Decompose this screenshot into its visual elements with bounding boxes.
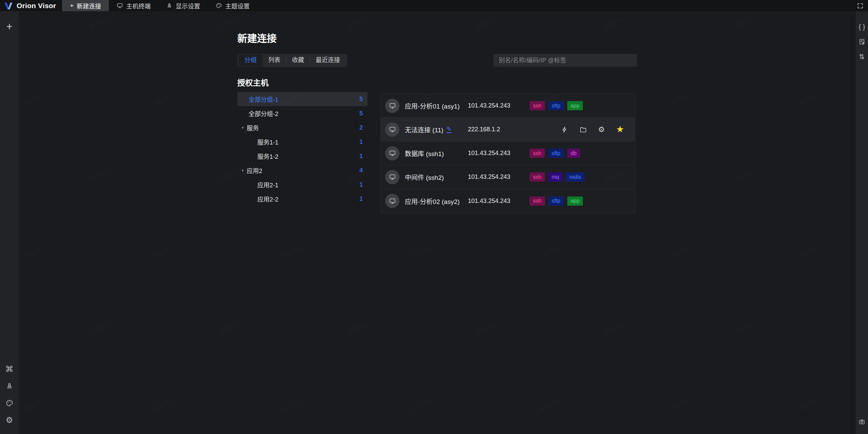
page-title: 新建连接 [237,31,277,45]
tree-item-count: 1 [359,181,363,188]
host-tag-sftp: sftp [548,149,564,158]
plus-icon: + [70,2,74,9]
tree-item-count: 1 [359,138,363,146]
monitor-icon [117,2,123,9]
tree-item-label: 全部分组-1 [249,95,278,103]
host-avatar [385,146,399,161]
host-name-text: 无法连接 (11) [405,125,443,134]
host-avatar [385,122,399,137]
orion-visor-logo-icon [4,1,13,10]
monitor-icon [389,126,396,133]
doc-bookmark-icon[interactable] [859,38,865,45]
host-row[interactable]: 中间件 (ssh2)101.43.254.243sshmqredis [381,165,635,189]
host-avatar [385,99,399,113]
topbar-tabs: +新建连接主机终端显示设置主题设置 [62,0,257,11]
tree-item-count: 5 [359,110,363,117]
tree-item[interactable]: 全部分组-15 [237,92,368,106]
caret-icon[interactable]: ▾ [242,169,244,172]
fullscreen-icon[interactable] [857,2,864,9]
tree-item-count: 5 [359,96,363,103]
monitor-icon [389,150,396,157]
tree-item[interactable]: 服务1-21 [237,149,368,163]
palette-icon[interactable] [5,399,14,407]
tree-item-label: 应用2-1 [257,180,278,189]
command-icon[interactable]: ⌘ [5,365,14,373]
sort-icon[interactable]: ⇅ [859,53,865,60]
host-tags: sshsftpdb [530,149,580,158]
host-name: 数据库 (ssh1) [405,149,468,158]
topbar: Orion Visor +新建连接主机终端显示设置主题设置 [0,0,868,11]
host-ip: 101.43.254.243 [468,150,530,157]
sftp-files-icon[interactable] [579,126,587,133]
search-input[interactable] [493,54,637,67]
host-list: 应用-分析01 (asy1)101.43.254.243sshsftpapp无法… [380,94,635,213]
host-name: 无法连接 (11)✎ [405,125,468,134]
host-tag-sftp: sftp [548,101,564,110]
host-name-text: 应用-分析02 (asy2) [405,196,460,206]
favorite-icon[interactable]: ★ [616,125,624,134]
pencil-icon[interactable]: ✎ [447,126,451,133]
brand: Orion Visor [0,1,62,10]
tree-item[interactable]: ▾应用24 [237,163,368,177]
tree-item[interactable]: 应用2-11 [237,177,368,192]
topbar-tab-theme-settings[interactable]: 主题设置 [208,0,257,11]
host-settings-icon[interactable]: ⚙ [598,126,605,133]
stamp-icon[interactable] [5,382,14,390]
tree-item-label: 服务1-2 [257,152,278,161]
tree-item[interactable]: ▾服务2 [237,120,368,135]
tree-heading: 授权主机 [237,76,269,88]
host-ip: 101.43.254.243 [468,173,530,181]
host-name-text: 应用-分析01 (asy1) [405,101,460,110]
host-row[interactable]: 应用-分析02 (asy2)101.43.254.243sshsftpapp [381,189,635,213]
tree-item[interactable]: 服务1-11 [237,135,368,149]
host-avatar [385,170,399,184]
host-name-text: 数据库 (ssh1) [405,149,444,158]
topbar-tab-host-terminal[interactable]: 主机终端 [109,0,158,11]
host-tags: sshsftpapp [530,101,583,110]
gear-icon[interactable]: ⚙ [6,416,13,424]
host-ip: 222.168.1.2 [468,126,530,133]
braces-icon[interactable]: { } [859,23,865,30]
view-tab-favorites[interactable]: 收藏 [286,55,310,66]
host-tag-ssh: ssh [530,172,545,182]
view-tab-list[interactable]: 列表 [262,55,286,66]
topbar-tab-label: 新建连接 [77,1,101,10]
right-rail: { }⇅ [856,11,868,434]
host-row[interactable]: 数据库 (ssh1)101.43.254.243sshsftpdb [381,141,635,165]
host-row[interactable]: 应用-分析01 (asy1)101.43.254.243sshsftpapp [381,94,635,118]
topbar-right [857,2,868,9]
tree-item-count: 1 [359,153,363,160]
tree-item[interactable]: 全部分组-25 [237,106,368,120]
main-content: 新建连接 分组列表收藏最近连接 授权主机 全部分组-15全部分组-25▾服务2服… [19,11,856,434]
host-tag-ssh: ssh [530,149,545,158]
host-tags: sshsftpapp [530,196,583,206]
tree-item-label: 服务 [247,123,259,132]
host-row[interactable]: 无法连接 (11)✎222.168.1.2⚙★ [381,118,635,141]
host-name: 应用-分析01 (asy1) [405,101,468,110]
host-tag-db: db [567,149,580,158]
view-tabs: 分组列表收藏最近连接 [237,54,347,67]
view-tab-recent[interactable]: 最近连接 [310,55,346,66]
tree-item-label: 应用2 [247,166,262,175]
tree-item[interactable]: 应用2-21 [237,192,368,206]
topbar-tab-new-connection[interactable]: +新建连接 [62,0,109,11]
view-tab-group[interactable]: 分组 [239,55,262,66]
stamp-icon [166,2,173,9]
host-tag-app: app [567,196,583,206]
tree-item-label: 全部分组-2 [249,109,278,118]
caret-icon[interactable]: ▾ [242,126,244,130]
topbar-tab-display-settings[interactable]: 显示设置 [158,0,208,11]
camera-icon[interactable] [859,418,865,425]
monitor-icon [389,173,396,181]
palette-icon [216,2,222,9]
plus-icon[interactable]: + [6,21,12,32]
host-ip: 101.43.254.243 [468,102,530,109]
host-avatar [385,194,399,208]
tree-item-count: 4 [359,167,363,174]
host-ip: 101.43.254.243 [468,197,530,205]
host-tag-app: app [567,101,583,110]
host-name-text: 中间件 (ssh2) [405,172,444,182]
left-rail: +⌘⚙ [0,11,19,434]
connect-icon[interactable] [561,126,568,133]
host-name: 中间件 (ssh2) [405,172,468,182]
